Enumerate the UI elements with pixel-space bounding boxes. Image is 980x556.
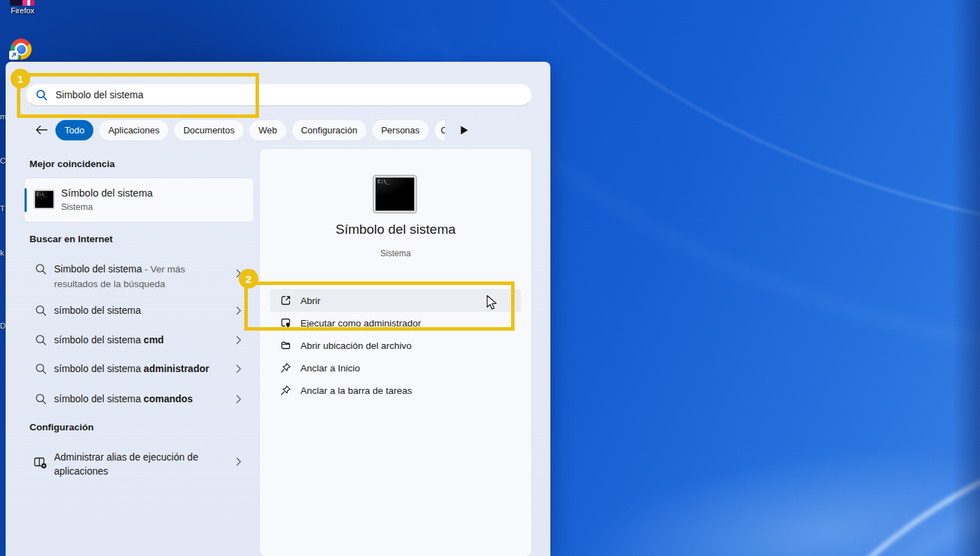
magnifier-icon xyxy=(35,305,47,317)
suggestion-text: símbolo del sistema xyxy=(54,363,144,374)
desktop-label-fragment: D xyxy=(0,322,6,330)
suggestion-bold-text: administrador xyxy=(144,363,209,374)
suggestion-bold-text: cmd xyxy=(144,334,164,345)
pushpin-icon xyxy=(280,362,291,373)
settings-result-label: Administrar alias de ejecución de aplica… xyxy=(54,450,223,478)
magnifier-icon xyxy=(35,363,47,375)
chevron-right-icon xyxy=(236,364,241,373)
app-alias-icon xyxy=(34,456,48,470)
chevron-right-icon xyxy=(236,306,241,315)
chevron-right-icon xyxy=(236,336,241,345)
best-match-subtitle: Sistema xyxy=(61,202,93,212)
result-detail-panel: Símbolo del sistema Sistema Abrir Ejecut… xyxy=(260,149,531,556)
best-match-title: Símbolo del sistema xyxy=(61,187,153,199)
detail-title: Símbolo del sistema xyxy=(260,222,531,237)
best-match-heading: Mejor coincidencia xyxy=(29,159,115,169)
annotation-badge-2: 2 xyxy=(239,269,258,289)
tab-personas[interactable]: Personas xyxy=(372,120,429,140)
tab-aplicaciones[interactable]: Aplicaciones xyxy=(99,120,168,140)
tab-documentos[interactable]: Documentos xyxy=(174,120,244,140)
firefox-icon[interactable] xyxy=(10,0,34,6)
arrow-left-icon xyxy=(35,125,48,135)
suggestion-text: símbolo del sistema xyxy=(54,334,144,345)
desktop-label-fragment: C xyxy=(0,157,6,165)
desktop-label-fragment: k xyxy=(0,249,6,257)
back-button[interactable] xyxy=(32,121,51,138)
desktop-label-fragment: T xyxy=(0,204,6,213)
annotation-badge-1: 1 xyxy=(11,69,30,88)
action-label: Abrir ubicación del archivo xyxy=(300,340,411,351)
folder-icon xyxy=(280,340,291,351)
tab-web[interactable]: Web xyxy=(249,120,286,140)
chevron-right-icon xyxy=(236,457,241,466)
pushpin-icon xyxy=(280,385,291,396)
action-label: Anclar a la barra de tareas xyxy=(300,385,412,396)
play-triangle-icon xyxy=(461,126,468,135)
magnifier-icon xyxy=(35,263,47,275)
action-open-file-location[interactable]: Abrir ubicación del archivo xyxy=(270,334,521,357)
suggestion-text: símbolo del sistema xyxy=(54,305,141,316)
scroll-tabs-button[interactable] xyxy=(458,123,472,137)
wallpaper-shade xyxy=(952,0,980,556)
action-pin-to-taskbar[interactable]: Anclar a la barra de tareas xyxy=(270,379,521,402)
detail-subtitle: Sistema xyxy=(260,249,531,258)
suggestion-text: Simbolo del sistema xyxy=(54,263,142,274)
magnifier-icon xyxy=(35,334,47,346)
annotation-box-2 xyxy=(244,282,515,331)
suggestion-bold-text: comandos xyxy=(144,393,193,404)
mouse-cursor xyxy=(486,295,498,311)
selection-accent-bar xyxy=(25,188,27,212)
web-search-heading: Buscar en Internet xyxy=(29,234,113,244)
action-label: Anclar a Inicio xyxy=(300,363,360,373)
best-match-result[interactable]: Símbolo del sistema Sistema xyxy=(25,178,253,222)
search-filter-tabs: Todo Aplicaciones Documentos Web Configu… xyxy=(6,119,550,140)
shortcut-arrow-icon xyxy=(9,51,18,60)
chevron-right-icon xyxy=(236,395,241,404)
settings-heading: Configuración xyxy=(29,422,94,432)
annotation-box-1 xyxy=(17,73,259,118)
magnifier-icon xyxy=(35,393,47,405)
action-pin-to-start[interactable]: Anclar a Inicio xyxy=(270,357,521,379)
suggestion-text: símbolo del sistema xyxy=(54,393,144,404)
cmd-terminal-icon-large xyxy=(373,176,416,213)
tab-partial[interactable]: C xyxy=(435,120,445,140)
desktop-label-fragment: m xyxy=(0,112,6,121)
cmd-terminal-icon xyxy=(34,190,55,209)
tab-configuracion[interactable]: Configuración xyxy=(292,120,366,140)
tab-todo[interactable]: Todo xyxy=(55,120,93,140)
firefox-icon-label[interactable]: Firefox xyxy=(4,6,41,15)
